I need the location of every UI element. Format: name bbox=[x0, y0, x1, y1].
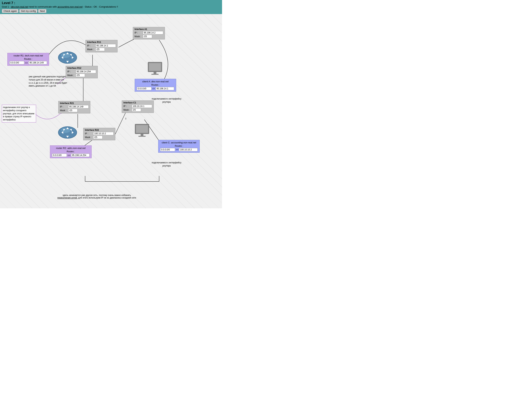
interface-c1-title: Interface C1 bbox=[123, 101, 152, 104]
svg-line-6 bbox=[115, 112, 126, 135]
client-a-box: client A: dev.non-real.net Routes : => bbox=[135, 79, 176, 91]
interface-a1-title: Interface A1 bbox=[134, 28, 163, 30]
router-r1-target-input[interactable] bbox=[28, 61, 47, 64]
interface-r21-ip-input[interactable] bbox=[68, 105, 89, 108]
interface-r21-mask-label: Mask : bbox=[60, 109, 68, 112]
client-c-dest-input[interactable] bbox=[160, 148, 175, 151]
router-r1-dest-input[interactable] bbox=[9, 61, 24, 64]
interface-r22-ip-input[interactable] bbox=[93, 132, 114, 135]
interface-r11-ip-label: IP : bbox=[87, 44, 95, 47]
client-c-route-row: => bbox=[160, 148, 198, 151]
router-r2-routes-label: Routes : bbox=[52, 150, 90, 153]
page-title: Level 7 : bbox=[2, 1, 220, 5]
router-r2-icon bbox=[57, 123, 78, 140]
interface-r11-mask-input[interactable] bbox=[95, 48, 105, 51]
client-c-connect-annotation: подключаемся к интерфейсу роутера bbox=[148, 161, 185, 168]
svg-rect-31 bbox=[136, 125, 148, 133]
interface-r11-box: Interface R11 IP : Mask : bbox=[85, 40, 118, 52]
router-r2-arrow: => bbox=[68, 154, 70, 157]
interface-r22-ip-label: IP : bbox=[85, 132, 93, 135]
connect-annotation: подключаем этот роутер к интерфейсу сосе… bbox=[2, 105, 36, 122]
goal-description: Goal 1 : dev.non-real.net need to commun… bbox=[2, 5, 220, 8]
bottom-annotation: здесь начинается уже другая сеть, поэтом… bbox=[57, 194, 136, 199]
interface-a1-ip-label: IP : bbox=[134, 31, 143, 34]
interface-r21-box: Interface R21 IP : Mask : bbox=[58, 101, 90, 113]
get-config-button[interactable]: Get my config bbox=[19, 9, 37, 13]
svg-rect-33 bbox=[138, 136, 146, 137]
router-r1-name: tech.non-real.net bbox=[25, 54, 43, 57]
range-annotation: уже данный нам диапазон подходит только … bbox=[29, 75, 68, 88]
router-r2-route-row: => bbox=[52, 154, 90, 157]
client-a-name: dev.non-real.net bbox=[151, 80, 169, 83]
client-a-routes-label: Routes : bbox=[137, 84, 174, 86]
interface-r22-mask-input[interactable] bbox=[93, 136, 103, 139]
client-c-name: accounting.non-real.net bbox=[171, 141, 196, 144]
svg-rect-28 bbox=[154, 72, 156, 74]
interface-r22-box: Interface R22 IP : Mask : bbox=[83, 128, 115, 140]
client-a-route-row: => bbox=[137, 87, 174, 90]
client-c-arrow: => bbox=[176, 148, 178, 151]
title-text: Level 7 : bbox=[2, 1, 15, 5]
interface-r21-title: Interface R21 bbox=[60, 102, 89, 105]
interface-r12-mask-label: Mask : bbox=[67, 74, 76, 77]
interface-c1-ip-input[interactable] bbox=[132, 105, 152, 108]
client-c-target-input[interactable] bbox=[179, 148, 198, 151]
router-r2-name: adm.non-real.net bbox=[67, 147, 85, 149]
svg-rect-27 bbox=[149, 63, 161, 71]
computer-a-icon bbox=[146, 61, 164, 78]
client-a-target-input[interactable] bbox=[156, 87, 174, 90]
router-r1-route-row: => bbox=[9, 61, 47, 64]
interface-c1-mask-label: Mask : bbox=[123, 109, 132, 111]
client-a-connect-annotation: подключаемся к интерфейсу роутера bbox=[148, 97, 185, 104]
interface-a1-ip-input[interactable] bbox=[143, 31, 163, 35]
router-r2-dest-input[interactable] bbox=[52, 154, 67, 157]
client-c-title: client C: accounting.non-real.net bbox=[160, 141, 198, 144]
bottom-note-text: здесь начинается уже другая сеть, поэтом… bbox=[57, 194, 136, 199]
client-a-title: client A: dev.non-real.net bbox=[137, 80, 174, 83]
interface-r12-mask-input[interactable] bbox=[76, 74, 85, 77]
interface-a1-mask-input[interactable] bbox=[143, 35, 152, 38]
svg-rect-29 bbox=[151, 74, 159, 75]
interface-r11-title: Interface R11 bbox=[87, 41, 116, 43]
router-r2-box: router R2: adm.non-real.net Routes : => bbox=[50, 145, 92, 158]
interface-a1-mask-label: Mask : bbox=[134, 35, 143, 38]
interface-r12-box: Interface R12 IP : Mask : bbox=[66, 66, 98, 78]
router-r1-box: router R1: tech.non-real.net Routes : => bbox=[7, 53, 49, 66]
interface-c1-mask-input[interactable] bbox=[132, 108, 141, 112]
interface-r11-ip-input[interactable] bbox=[95, 44, 116, 47]
router-r2-target-input[interactable] bbox=[71, 154, 90, 157]
interface-r22-title: Interface R22 bbox=[85, 129, 114, 131]
router-r1-routes-label: Routes : bbox=[9, 58, 47, 60]
interface-r21-mask-input[interactable] bbox=[68, 109, 77, 112]
router-r1-icon bbox=[57, 48, 78, 65]
svg-rect-32 bbox=[141, 134, 143, 136]
header: Level 7 : Goal 1 : dev.non-real.net need… bbox=[0, 0, 222, 14]
client-c-box: client C: accounting.non-real.net Routes… bbox=[158, 140, 200, 153]
interface-r12-ip-input[interactable] bbox=[76, 70, 96, 73]
header-buttons: Check again Get my config Next bbox=[2, 9, 220, 13]
computer-c-icon bbox=[133, 123, 151, 140]
client-a-dest-input[interactable] bbox=[137, 87, 152, 90]
interface-r11-mask-label: Mask : bbox=[87, 48, 95, 51]
interface-r22-mask-label: Mask : bbox=[85, 136, 93, 139]
router-r1-title: router R1: tech.non-real.net bbox=[9, 54, 47, 57]
next-button[interactable]: Next bbox=[38, 9, 46, 13]
router-r1-arrow: => bbox=[25, 61, 28, 64]
interface-c1-ip-label: IP : bbox=[123, 105, 132, 107]
client-a-arrow: => bbox=[152, 87, 155, 90]
check-again-button[interactable]: Check again bbox=[2, 9, 19, 13]
interface-r21-ip-label: IP : bbox=[60, 105, 68, 108]
network-canvas: Interface A1 IP : Mask : Interface R11 I… bbox=[0, 14, 222, 208]
interface-r12-title: Interface R12 bbox=[67, 67, 96, 69]
interface-r12-ip-label: IP : bbox=[67, 70, 76, 73]
interface-a1-box: Interface A1 IP : Mask : bbox=[133, 27, 165, 39]
client-c-routes-label: Routes : bbox=[160, 145, 198, 147]
router-r2-title: router R2: adm.non-real.net bbox=[52, 147, 90, 149]
